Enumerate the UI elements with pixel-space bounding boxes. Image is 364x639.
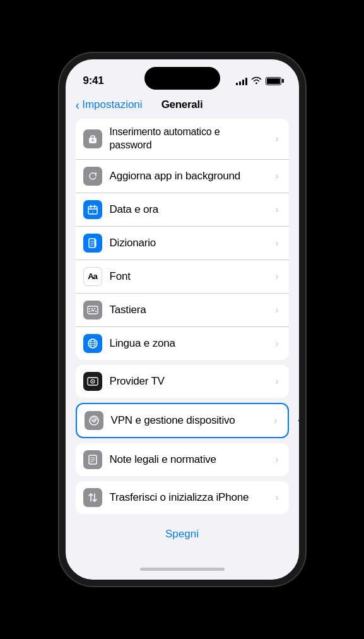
home-indicator	[66, 558, 299, 580]
svg-rect-16	[89, 311, 90, 312]
vpn-label: VPN e gestione dispositivo	[111, 414, 274, 427]
provider-label: Provider TV	[110, 375, 276, 388]
svg-point-1	[91, 139, 93, 141]
arrow-indicator	[298, 414, 299, 427]
note-item[interactable]: Note legali e normative ›	[76, 443, 289, 476]
note-icon	[83, 450, 102, 469]
note-chevron-icon: ›	[275, 454, 278, 465]
vpn-item[interactable]: VPN e gestione dispositivo ›	[77, 404, 288, 437]
data-item[interactable]: 1 Data e ora ›	[76, 193, 289, 227]
vpn-section: VPN e gestione dispositivo ›	[76, 403, 289, 438]
aggiorna-icon	[83, 167, 102, 186]
spegni-label: Spegni	[165, 528, 199, 540]
spegni-button[interactable]: Spegni	[66, 519, 299, 549]
svg-point-26	[92, 381, 93, 382]
provider-icon	[83, 372, 102, 391]
settings-section-3: VPN e gestione dispositivo ›	[76, 403, 289, 438]
lingua-chevron-icon: ›	[275, 338, 278, 349]
phone-frame: 9:41	[59, 53, 305, 586]
wifi-icon	[251, 76, 262, 86]
note-label: Note legali e normative	[110, 453, 276, 466]
home-bar	[140, 568, 225, 571]
status-icons	[236, 76, 281, 86]
dizionario-icon	[83, 234, 102, 253]
lingua-label: Lingua e zona	[110, 337, 276, 350]
data-icon: 1	[83, 200, 102, 219]
settings-section-1: Inserimento automatico e password › Aggi…	[76, 119, 289, 360]
lingua-icon	[83, 334, 102, 353]
svg-rect-13	[89, 308, 90, 309]
inserimento-icon	[83, 129, 102, 148]
dizionario-chevron-icon: ›	[275, 237, 278, 249]
settings-section-4: Note legali e normative ›	[76, 443, 289, 476]
data-chevron-icon: ›	[275, 204, 278, 215]
aggiorna-item[interactable]: Aggiorna app in background ›	[76, 160, 289, 193]
back-button[interactable]: ‹ Impostazioni	[76, 99, 143, 111]
aggiorna-label: Aggiorna app in background	[110, 170, 276, 182]
provider-chevron-icon: ›	[275, 376, 278, 387]
data-label: Data e ora	[110, 203, 276, 216]
vpn-chevron-icon: ›	[274, 415, 277, 426]
vpn-icon	[85, 411, 103, 430]
arrow-head-icon	[298, 414, 299, 427]
lingua-item[interactable]: Lingua e zona ›	[76, 327, 289, 360]
inserimento-item[interactable]: Inserimento automatico e password ›	[76, 119, 289, 160]
svg-rect-18	[95, 311, 97, 312]
status-time: 9:41	[83, 75, 104, 87]
settings-section-5: Trasferisci o inizializza iPhone ›	[76, 481, 289, 514]
font-item[interactable]: Aa Font ›	[76, 260, 289, 294]
svg-text:1: 1	[91, 210, 93, 213]
font-icon: Aa	[83, 267, 102, 286]
dynamic-island	[144, 67, 220, 90]
bottom-section: Spegni	[66, 519, 299, 549]
back-label: Impostazioni	[82, 99, 142, 111]
status-bar: 9:41	[66, 59, 299, 93]
battery-icon	[266, 77, 281, 85]
signal-icon	[236, 76, 247, 85]
aggiorna-chevron-icon: ›	[275, 170, 278, 182]
inserimento-label: Inserimento automatico e password	[110, 126, 276, 152]
back-chevron-icon: ‹	[76, 99, 80, 111]
tastiera-item[interactable]: Tastiera ›	[76, 294, 289, 327]
screen: 9:41	[66, 59, 299, 580]
dizionario-label: Dizionario	[110, 237, 276, 249]
trasferisci-item[interactable]: Trasferisci o inizializza iPhone ›	[76, 481, 289, 514]
dizionario-item[interactable]: Dizionario ›	[76, 227, 289, 260]
svg-rect-15	[94, 308, 95, 309]
nav-bar: ‹ Impostazioni Generali	[66, 93, 299, 119]
content: Inserimento automatico e password › Aggi…	[66, 119, 299, 558]
svg-rect-14	[91, 308, 93, 309]
svg-rect-17	[91, 310, 94, 311]
font-label: Font	[110, 270, 276, 283]
page-title: Generali	[161, 99, 203, 111]
trasferisci-label: Trasferisci o inizializza iPhone	[110, 491, 276, 504]
svg-rect-11	[94, 239, 97, 247]
font-chevron-icon: ›	[275, 271, 278, 282]
trasferisci-icon	[83, 488, 102, 507]
provider-item[interactable]: Provider TV ›	[76, 365, 289, 398]
tastiera-label: Tastiera	[110, 304, 276, 316]
tastiera-chevron-icon: ›	[275, 304, 278, 316]
settings-section-2: Provider TV ›	[76, 365, 289, 398]
tastiera-icon	[83, 301, 102, 320]
inserimento-chevron-icon: ›	[275, 133, 278, 145]
trasferisci-chevron-icon: ›	[275, 492, 278, 503]
